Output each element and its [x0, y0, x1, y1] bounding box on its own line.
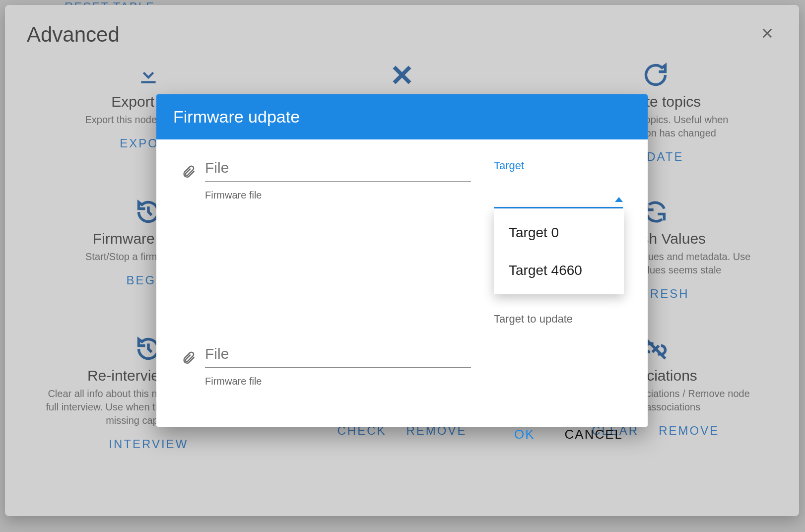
cancel-button[interactable]: CANCEL: [565, 427, 623, 442]
ok-button[interactable]: OK: [514, 427, 535, 442]
firmware-title: Firmware udpate: [156, 94, 648, 139]
file-label: File: [205, 159, 471, 176]
target-select[interactable]: [494, 197, 623, 208]
target-dropdown: Target 0 Target 4660: [494, 209, 624, 294]
target-hint: Target to update: [494, 313, 623, 326]
target-option-0[interactable]: Target 0: [494, 214, 624, 252]
paperclip-icon: [181, 162, 196, 183]
file-field-1[interactable]: File Firmware file: [181, 159, 471, 201]
file-hint: Firmware file: [205, 190, 471, 201]
firmware-dialog: Firmware udpate File Firmware file Targe…: [156, 94, 648, 427]
target-label: Target: [494, 159, 623, 172]
target-option-1[interactable]: Target 4660: [494, 252, 624, 289]
file-label: File: [205, 345, 471, 362]
paperclip-icon: [181, 348, 196, 369]
chevron-up-icon: [615, 197, 623, 202]
file-field-2[interactable]: File Firmware file: [181, 345, 471, 387]
target-field: Target Target 0 Target 4660 Target to up…: [494, 159, 623, 326]
file-hint: Firmware file: [205, 376, 471, 387]
